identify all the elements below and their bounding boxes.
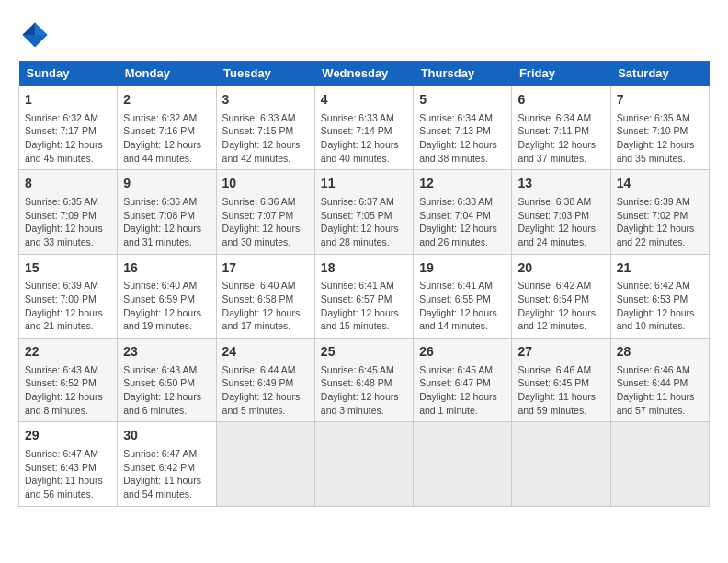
page-header	[18, 18, 710, 52]
calendar-day: 23Sunrise: 6:43 AMSunset: 6:50 PMDayligh…	[118, 339, 216, 422]
day-number: 16	[123, 259, 210, 278]
calendar-day: 29Sunrise: 6:47 AMSunset: 6:43 PMDayligh…	[19, 422, 118, 506]
day-number: 27	[518, 343, 604, 362]
calendar-day: 2Sunrise: 6:32 AMSunset: 7:16 PMDaylight…	[118, 86, 216, 170]
day-info: Sunrise: 6:39 AMSunset: 7:02 PMDaylight:…	[617, 195, 703, 249]
day-number: 15	[25, 259, 111, 278]
calendar-day: 7Sunrise: 6:35 AMSunset: 7:10 PMDaylight…	[610, 86, 709, 170]
calendar-day: 15Sunrise: 6:39 AMSunset: 7:00 PMDayligh…	[19, 254, 118, 338]
calendar-week-3: 15Sunrise: 6:39 AMSunset: 7:00 PMDayligh…	[19, 254, 710, 338]
day-info: Sunrise: 6:44 AMSunset: 6:49 PMDaylight:…	[222, 363, 309, 418]
calendar-day: 4Sunrise: 6:33 AMSunset: 7:14 PMDaylight…	[314, 86, 413, 170]
day-info: Sunrise: 6:45 AMSunset: 6:47 PMDaylight:…	[419, 363, 506, 418]
day-number: 13	[518, 175, 604, 193]
calendar-week-2: 8Sunrise: 6:35 AMSunset: 7:09 PMDaylight…	[19, 170, 710, 254]
day-number: 4	[321, 91, 407, 109]
day-info: Sunrise: 6:40 AMSunset: 6:58 PMDaylight:…	[222, 279, 309, 333]
day-number: 9	[123, 175, 210, 193]
header-tuesday: Tuesday	[216, 61, 314, 86]
calendar-day: 1Sunrise: 6:32 AMSunset: 7:17 PMDaylight…	[19, 86, 118, 170]
calendar-day: 12Sunrise: 6:38 AMSunset: 7:04 PMDayligh…	[414, 170, 512, 254]
day-number: 24	[222, 343, 309, 362]
day-number: 29	[25, 427, 111, 445]
day-info: Sunrise: 6:33 AMSunset: 7:15 PMDaylight:…	[222, 111, 309, 166]
day-number: 22	[25, 343, 111, 362]
calendar-week-4: 22Sunrise: 6:43 AMSunset: 6:52 PMDayligh…	[19, 339, 710, 422]
header-wednesday: Wednesday	[314, 61, 413, 86]
header-monday: Monday	[118, 61, 216, 86]
calendar-day: 18Sunrise: 6:41 AMSunset: 6:57 PMDayligh…	[314, 254, 413, 338]
calendar-day: 25Sunrise: 6:45 AMSunset: 6:48 PMDayligh…	[314, 339, 413, 422]
calendar-day: 24Sunrise: 6:44 AMSunset: 6:49 PMDayligh…	[216, 339, 314, 422]
calendar-day: 10Sunrise: 6:36 AMSunset: 7:07 PMDayligh…	[216, 170, 314, 254]
calendar-day: 21Sunrise: 6:42 AMSunset: 6:53 PMDayligh…	[610, 254, 709, 338]
calendar-day: 17Sunrise: 6:40 AMSunset: 6:58 PMDayligh…	[216, 254, 314, 338]
day-info: Sunrise: 6:36 AMSunset: 7:08 PMDaylight:…	[123, 195, 210, 249]
day-number: 7	[617, 91, 703, 109]
calendar-day: 16Sunrise: 6:40 AMSunset: 6:59 PMDayligh…	[118, 254, 216, 338]
header-sunday: Sunday	[19, 61, 118, 86]
calendar-day	[314, 422, 413, 506]
header-saturday: Saturday	[610, 61, 709, 86]
calendar-table: SundayMondayTuesdayWednesdayThursdayFrid…	[18, 61, 710, 507]
calendar-day: 30Sunrise: 6:47 AMSunset: 6:42 PMDayligh…	[118, 422, 216, 506]
calendar-day: 8Sunrise: 6:35 AMSunset: 7:09 PMDaylight…	[19, 170, 118, 254]
day-info: Sunrise: 6:46 AMSunset: 6:45 PMDaylight:…	[518, 363, 604, 418]
day-info: Sunrise: 6:32 AMSunset: 7:17 PMDaylight:…	[25, 111, 111, 166]
day-number: 30	[123, 427, 210, 445]
day-number: 1	[25, 91, 111, 109]
day-number: 11	[321, 175, 407, 193]
logo	[18, 18, 55, 52]
day-number: 6	[518, 91, 604, 109]
day-info: Sunrise: 6:39 AMSunset: 7:00 PMDaylight:…	[25, 279, 111, 333]
calendar-day: 11Sunrise: 6:37 AMSunset: 7:05 PMDayligh…	[314, 170, 413, 254]
day-number: 19	[419, 259, 506, 278]
day-info: Sunrise: 6:40 AMSunset: 6:59 PMDaylight:…	[123, 279, 210, 333]
calendar-week-1: 1Sunrise: 6:32 AMSunset: 7:17 PMDaylight…	[19, 86, 710, 170]
calendar-day	[610, 422, 709, 506]
day-number: 26	[419, 343, 506, 362]
calendar-day	[216, 422, 314, 506]
day-info: Sunrise: 6:41 AMSunset: 6:55 PMDaylight:…	[419, 279, 506, 333]
day-info: Sunrise: 6:46 AMSunset: 6:44 PMDaylight:…	[617, 363, 703, 418]
day-info: Sunrise: 6:32 AMSunset: 7:16 PMDaylight:…	[123, 111, 210, 166]
calendar-day: 28Sunrise: 6:46 AMSunset: 6:44 PMDayligh…	[610, 339, 709, 422]
day-info: Sunrise: 6:37 AMSunset: 7:05 PMDaylight:…	[321, 195, 407, 249]
calendar-day: 20Sunrise: 6:42 AMSunset: 6:54 PMDayligh…	[512, 254, 610, 338]
calendar-day: 13Sunrise: 6:38 AMSunset: 7:03 PMDayligh…	[512, 170, 610, 254]
calendar-day: 5Sunrise: 6:34 AMSunset: 7:13 PMDaylight…	[414, 86, 512, 170]
day-info: Sunrise: 6:35 AMSunset: 7:10 PMDaylight:…	[617, 111, 703, 166]
day-number: 17	[222, 259, 309, 278]
day-info: Sunrise: 6:33 AMSunset: 7:14 PMDaylight:…	[321, 111, 407, 166]
calendar-week-5: 29Sunrise: 6:47 AMSunset: 6:43 PMDayligh…	[19, 422, 710, 506]
day-info: Sunrise: 6:42 AMSunset: 6:53 PMDaylight:…	[617, 279, 703, 333]
day-info: Sunrise: 6:36 AMSunset: 7:07 PMDaylight:…	[222, 195, 309, 249]
calendar-day: 9Sunrise: 6:36 AMSunset: 7:08 PMDaylight…	[118, 170, 216, 254]
day-info: Sunrise: 6:43 AMSunset: 6:50 PMDaylight:…	[123, 363, 210, 418]
calendar-header-row: SundayMondayTuesdayWednesdayThursdayFrid…	[19, 61, 710, 86]
day-info: Sunrise: 6:47 AMSunset: 6:42 PMDaylight:…	[123, 447, 210, 501]
day-number: 2	[123, 91, 210, 109]
logo-icon	[18, 18, 51, 52]
day-number: 5	[419, 91, 506, 109]
calendar-day: 26Sunrise: 6:45 AMSunset: 6:47 PMDayligh…	[414, 339, 512, 422]
day-info: Sunrise: 6:42 AMSunset: 6:54 PMDaylight:…	[518, 279, 604, 333]
day-info: Sunrise: 6:47 AMSunset: 6:43 PMDaylight:…	[25, 447, 111, 501]
header-thursday: Thursday	[414, 61, 512, 86]
day-info: Sunrise: 6:38 AMSunset: 7:04 PMDaylight:…	[419, 195, 506, 249]
day-number: 20	[518, 259, 604, 278]
day-number: 3	[222, 91, 309, 109]
day-number: 18	[321, 259, 407, 278]
calendar-day: 14Sunrise: 6:39 AMSunset: 7:02 PMDayligh…	[610, 170, 709, 254]
day-number: 23	[123, 343, 210, 362]
day-info: Sunrise: 6:35 AMSunset: 7:09 PMDaylight:…	[25, 195, 111, 249]
day-info: Sunrise: 6:34 AMSunset: 7:11 PMDaylight:…	[518, 111, 604, 166]
calendar-day: 6Sunrise: 6:34 AMSunset: 7:11 PMDaylight…	[512, 86, 610, 170]
day-info: Sunrise: 6:45 AMSunset: 6:48 PMDaylight:…	[321, 363, 407, 418]
day-info: Sunrise: 6:43 AMSunset: 6:52 PMDaylight:…	[25, 363, 111, 418]
day-number: 12	[419, 175, 506, 193]
day-info: Sunrise: 6:41 AMSunset: 6:57 PMDaylight:…	[321, 279, 407, 333]
calendar-day: 3Sunrise: 6:33 AMSunset: 7:15 PMDaylight…	[216, 86, 314, 170]
calendar-day: 22Sunrise: 6:43 AMSunset: 6:52 PMDayligh…	[19, 339, 118, 422]
calendar-day	[414, 422, 512, 506]
